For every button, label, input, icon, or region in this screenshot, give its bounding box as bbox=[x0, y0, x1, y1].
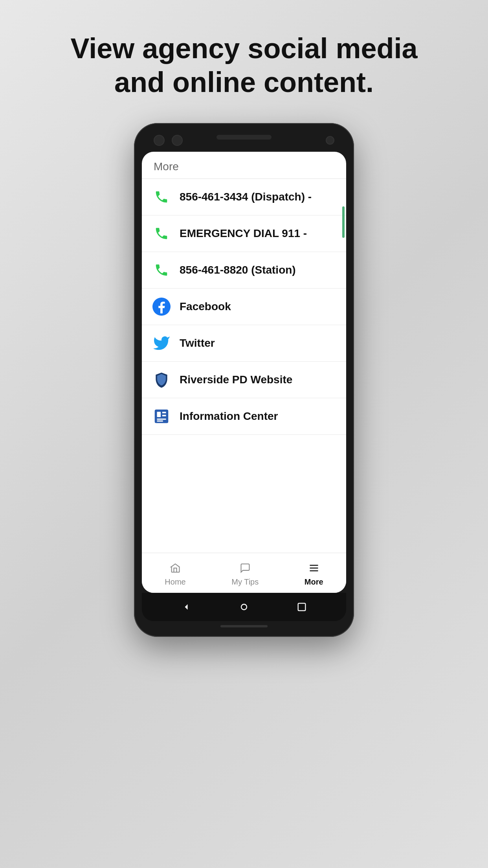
nav-item-more[interactable]: More bbox=[293, 559, 335, 588]
list-item-twitter[interactable]: Twitter bbox=[142, 325, 346, 362]
bottom-nav: Home My Tips More bbox=[142, 553, 346, 593]
shield-icon bbox=[151, 370, 172, 390]
more-icon bbox=[307, 561, 321, 575]
svg-rect-5 bbox=[157, 419, 166, 420]
facebook-icon bbox=[151, 296, 172, 317]
phone-camera-left bbox=[154, 135, 165, 146]
android-home-indicator bbox=[220, 625, 268, 627]
list-item-website[interactable]: Riverside PD Website bbox=[142, 362, 346, 398]
list-label-infocenter: Information Center bbox=[180, 410, 278, 423]
app-header: More bbox=[142, 152, 346, 179]
android-bottom-bar bbox=[142, 593, 346, 621]
list-item-infocenter[interactable]: Information Center bbox=[142, 398, 346, 435]
svg-marker-10 bbox=[185, 604, 188, 610]
list-empty-space bbox=[142, 435, 346, 553]
phone-speaker bbox=[216, 135, 272, 140]
scrollbar-track[interactable] bbox=[342, 202, 345, 458]
list-label-twitter: Twitter bbox=[180, 337, 215, 349]
list-label-station: 856-461-8820 (Station) bbox=[180, 264, 296, 276]
page-title: View agency social media and online cont… bbox=[31, 31, 457, 99]
app-header-title: More bbox=[154, 160, 179, 173]
nav-label-home: Home bbox=[165, 577, 185, 587]
phone-device: More 856-461-3434 (Dispatch) - bbox=[134, 123, 354, 637]
svg-rect-6 bbox=[157, 420, 163, 421]
list-label-website: Riverside PD Website bbox=[180, 373, 292, 386]
svg-rect-12 bbox=[298, 603, 305, 611]
nav-item-home[interactable]: Home bbox=[153, 559, 197, 588]
list-label-emergency: EMERGENCY DIAL 911 - bbox=[180, 227, 307, 240]
list-label-dispatch: 856-461-3434 (Dispatch) - bbox=[180, 191, 312, 203]
list-label-facebook: Facebook bbox=[180, 300, 231, 313]
list-item-facebook[interactable]: Facebook bbox=[142, 289, 346, 325]
nav-item-mytips[interactable]: My Tips bbox=[220, 559, 270, 588]
phone-icon-station bbox=[151, 260, 172, 280]
phone-top-bar bbox=[142, 131, 346, 152]
svg-rect-2 bbox=[157, 412, 161, 417]
android-recents-button[interactable] bbox=[295, 600, 309, 614]
phone-icon-dispatch bbox=[151, 187, 172, 207]
list-container: 856-461-3434 (Dispatch) - EMERGENCY DIAL… bbox=[142, 179, 346, 435]
home-icon bbox=[168, 561, 182, 575]
phone-camera-right bbox=[172, 135, 183, 146]
scrollbar-thumb bbox=[342, 206, 345, 238]
phone-icon-emergency bbox=[151, 223, 172, 244]
list-item-emergency[interactable]: EMERGENCY DIAL 911 - bbox=[142, 215, 346, 252]
phone-cameras bbox=[154, 135, 183, 146]
svg-rect-4 bbox=[162, 415, 166, 416]
android-back-button[interactable] bbox=[179, 600, 193, 614]
page-header: View agency social media and online cont… bbox=[0, 0, 488, 123]
newspaper-icon bbox=[151, 406, 172, 427]
svg-rect-3 bbox=[162, 412, 166, 413]
nav-label-more: More bbox=[305, 577, 323, 587]
twitter-icon bbox=[151, 333, 172, 353]
svg-point-11 bbox=[241, 604, 247, 610]
nav-label-mytips: My Tips bbox=[231, 577, 259, 587]
android-home-button[interactable] bbox=[237, 600, 251, 614]
list-item-dispatch[interactable]: 856-461-3434 (Dispatch) - bbox=[142, 179, 346, 215]
mytips-icon bbox=[238, 561, 252, 575]
list-item-station[interactable]: 856-461-8820 (Station) bbox=[142, 252, 346, 289]
phone-front-camera bbox=[326, 136, 334, 145]
phone-screen: More 856-461-3434 (Dispatch) - bbox=[142, 152, 346, 593]
